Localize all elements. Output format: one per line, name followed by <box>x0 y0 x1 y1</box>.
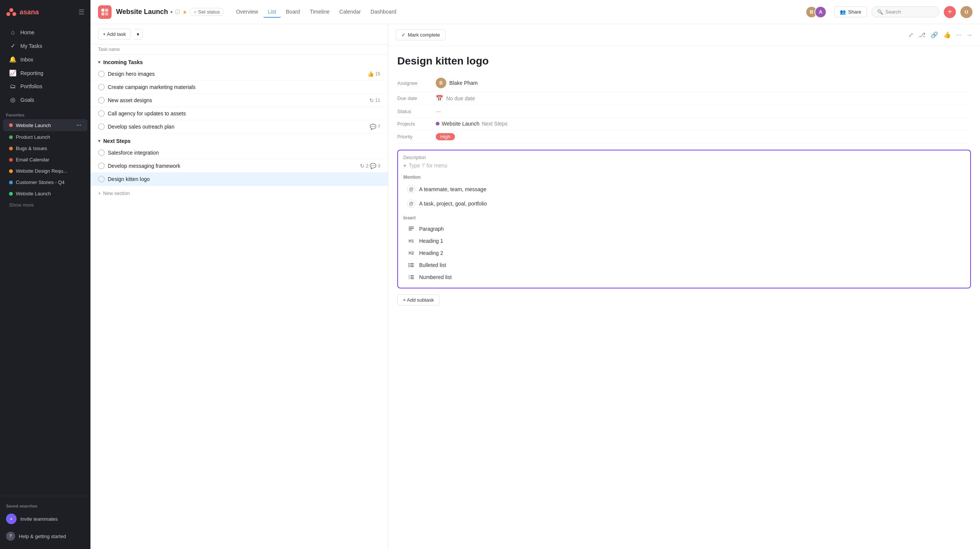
main-content: Website Launch ▾ ⓘ ★ ○ Set status Overvi… <box>91 0 980 549</box>
add-task-dropdown-button[interactable]: ▾ <box>134 29 143 40</box>
more-icon[interactable]: ··· <box>956 32 961 38</box>
show-more-button[interactable]: Show more <box>3 200 88 210</box>
task-check[interactable] <box>98 123 105 130</box>
sidebar-header: asana ☰ <box>0 0 91 24</box>
expand-icon[interactable]: ⤢ <box>908 31 913 38</box>
insert-paragraph[interactable]: Paragraph <box>403 223 965 235</box>
assignee-value[interactable]: B Blake Pham <box>436 78 477 88</box>
sidebar-item-my-tasks[interactable]: ✓ My Tasks <box>3 39 88 53</box>
task-meta: ↻ 11 <box>369 97 380 103</box>
sidebar-item-website-launch[interactable]: Website Launch ··· <box>3 119 88 131</box>
share-button[interactable]: 👥 Share <box>834 6 867 18</box>
mention-item-task[interactable]: @ A task, project, goal, portfolio <box>403 196 965 211</box>
task-name: Develop messaging framework <box>108 163 357 169</box>
sidebar-item-reporting[interactable]: 📈 Reporting <box>3 66 88 80</box>
svg-rect-3 <box>102 9 104 12</box>
saved-searches-title: Saved searches <box>0 501 91 510</box>
link-icon[interactable]: 🔗 <box>931 31 938 38</box>
task-check[interactable] <box>98 162 105 169</box>
task-row-selected[interactable]: Design kitten logo <box>91 173 388 186</box>
add-button[interactable]: + <box>944 6 956 18</box>
asana-logo: asana <box>6 7 39 18</box>
sidebar-menu-icon[interactable]: ☰ <box>78 8 84 16</box>
search-box[interactable]: 🔍 Search <box>872 6 939 18</box>
tab-timeline[interactable]: Timeline <box>305 6 334 18</box>
task-row[interactable]: Design hero images 👍 15 <box>91 67 388 81</box>
invite-teammates-item[interactable]: + Invite teammates <box>0 510 91 528</box>
task-check[interactable] <box>98 70 105 77</box>
project-badge: Website Launch Next Steps <box>436 121 508 127</box>
svg-rect-19 <box>410 277 414 277</box>
tab-dashboard[interactable]: Dashboard <box>366 6 401 18</box>
description-area[interactable]: Description + Type '/' for menu Mention … <box>397 150 971 288</box>
star-icon[interactable]: ★ <box>183 9 187 15</box>
favorite-more-icon[interactable]: ··· <box>76 122 81 129</box>
due-date-value[interactable]: 📅 No due date <box>436 95 475 102</box>
section-toggle-icon[interactable]: ▾ <box>98 60 100 65</box>
task-check[interactable] <box>98 176 105 183</box>
task-row[interactable]: Create campaign marketing materials <box>91 81 388 94</box>
task-row[interactable]: Develop messaging framework ↻ 2 💬 3 <box>91 159 388 173</box>
tab-overview[interactable]: Overview <box>231 6 262 18</box>
task-meta-count: 15 <box>375 71 380 76</box>
task-check[interactable] <box>98 97 105 104</box>
mark-complete-button[interactable]: ✓ Mark complete <box>396 29 445 40</box>
task-row[interactable]: Develop sales outreach plan 💬 7 <box>91 120 388 134</box>
insert-bulleted[interactable]: Bulleted list <box>403 259 965 271</box>
sidebar-item-customer-stories[interactable]: Customer Stories - Q4 <box>3 177 88 188</box>
user-avatar[interactable]: U <box>960 6 972 18</box>
tab-list[interactable]: List <box>264 6 281 18</box>
task-check[interactable] <box>98 84 105 91</box>
task-row[interactable]: Call agency for updates to assets <box>91 107 388 120</box>
sidebar-item-home[interactable]: ⌂ Home <box>3 26 88 39</box>
sidebar-item-label: Goals <box>21 97 34 103</box>
task-row[interactable]: Salesforce integration <box>91 146 388 159</box>
sidebar-item-goals[interactable]: ◎ Goals <box>3 93 88 106</box>
projects-value[interactable]: Website Launch Next Steps <box>436 121 508 127</box>
info-icon[interactable]: ⓘ <box>175 9 180 16</box>
insert-item-label: Heading 2 <box>419 250 443 256</box>
like-icon[interactable]: 👍 <box>943 31 951 38</box>
insert-heading1[interactable]: H1 Heading 1 <box>403 235 965 247</box>
priority-value[interactable]: High <box>436 133 455 140</box>
sidebar-item-website-design-requ[interactable]: Website Design Requ... <box>3 165 88 177</box>
sidebar-item-inbox[interactable]: 🔔 Inbox <box>3 53 88 66</box>
favorite-label: Product Launch <box>16 134 50 140</box>
set-status-button[interactable]: ○ Set status <box>189 8 224 16</box>
sidebar-item-product-launch[interactable]: Product Launch <box>3 132 88 143</box>
add-task-button[interactable]: + Add task <box>98 29 131 40</box>
description-input[interactable]: + Type '/' for menu <box>403 162 965 169</box>
sidebar-nav: ⌂ Home ✓ My Tasks 🔔 Inbox 📈 Reporting 🗂 … <box>0 24 91 108</box>
tab-calendar[interactable]: Calendar <box>335 6 365 18</box>
favorites-title: Favorites <box>0 108 91 119</box>
section-toggle-icon[interactable]: ▾ <box>98 138 100 144</box>
mention-item-teammate[interactable]: @ A teammate, team, message <box>403 182 965 196</box>
sidebar-item-website-launch-2[interactable]: Website Launch <box>3 188 88 199</box>
insert-item-label: Numbered list <box>419 274 452 280</box>
sidebar-item-bugs-issues[interactable]: Bugs & Issues <box>3 143 88 154</box>
mark-complete-label: Mark complete <box>408 32 440 38</box>
title-chevron-icon[interactable]: ▾ <box>170 10 173 15</box>
status-value[interactable]: — <box>436 108 441 114</box>
task-check[interactable] <box>98 110 105 117</box>
help-item[interactable]: ? Help & getting started <box>0 528 91 544</box>
insert-numbered[interactable]: 1.2.3. Numbered list <box>403 271 965 283</box>
new-section-button[interactable]: + New section <box>91 186 388 201</box>
insert-item-label: Bulleted list <box>419 262 446 268</box>
insert-heading2[interactable]: H2 Heading 2 <box>403 247 965 259</box>
task-check[interactable] <box>98 149 105 156</box>
branch-icon[interactable]: ⎇ <box>919 31 925 38</box>
close-detail-icon[interactable]: → <box>966 32 972 38</box>
comment-icon: 💬 <box>370 124 376 130</box>
priority-badge: High <box>436 133 455 140</box>
tab-board[interactable]: Board <box>282 6 305 18</box>
nav-tabs: Overview List Board Timeline Calendar Da… <box>231 6 401 18</box>
mention-item-label: A teammate, team, message <box>419 186 486 192</box>
task-detail-body: Design kitten logo Assignee B Blake Pham… <box>388 46 980 315</box>
add-subtask-button[interactable]: + Add subtask <box>397 294 439 306</box>
favorite-dot <box>9 158 13 162</box>
sidebar-item-portfolios[interactable]: 🗂 Portfolios <box>3 80 88 93</box>
insert-item-label: Paragraph <box>419 226 444 232</box>
sidebar-item-email-calendar[interactable]: Email Calendar <box>3 154 88 165</box>
task-row[interactable]: New asset designs ↻ 11 <box>91 94 388 107</box>
